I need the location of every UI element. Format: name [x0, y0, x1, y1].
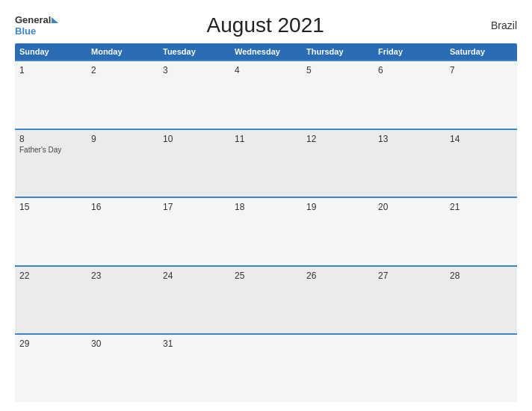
cell-aug-18: 18	[230, 198, 302, 265]
cell-aug-14: 14	[445, 130, 517, 197]
header-tuesday: Tuesday	[158, 43, 230, 60]
cell-aug-20: 20	[374, 198, 445, 265]
cell-aug-25: 25	[230, 267, 302, 334]
cell-aug-22: 22	[15, 267, 87, 334]
cell-aug-11: 11	[230, 130, 302, 197]
week-row-3: 15 16 17 18 19 20 21	[15, 197, 517, 265]
week-row-2: 8 Father's Day 9 10 11 12 13 14	[15, 129, 517, 197]
cell-empty-2	[302, 335, 374, 402]
cell-empty-1	[230, 335, 302, 402]
days-of-week-header: Sunday Monday Tuesday Wednesday Thursday…	[15, 43, 517, 60]
logo-general-text: General	[15, 14, 51, 25]
week-row-5: 29 30 31	[15, 333, 517, 402]
calendar-body: 1 2 3 4 5 6 7 8 Father's Day 9 10 11 12 …	[15, 60, 517, 402]
cell-aug-1: 1	[15, 61, 87, 129]
header-thursday: Thursday	[302, 43, 374, 60]
cell-aug-23: 23	[87, 267, 158, 334]
header-monday: Monday	[87, 43, 158, 60]
calendar: Sunday Monday Tuesday Wednesday Thursday…	[15, 43, 517, 402]
cell-aug-17: 17	[158, 198, 230, 265]
cell-aug-13: 13	[374, 130, 445, 197]
cell-aug-29: 29	[15, 335, 87, 402]
logo-blue-text: Blue	[15, 25, 36, 37]
cell-aug-27: 27	[374, 267, 445, 334]
cell-aug-19: 19	[302, 198, 374, 265]
cell-aug-12: 12	[302, 130, 374, 197]
cell-aug-8: 8 Father's Day	[15, 130, 87, 197]
cell-aug-9: 9	[87, 130, 158, 197]
country-label: Brazil	[472, 19, 517, 31]
cell-aug-21: 21	[445, 198, 517, 265]
calendar-title: August 2021	[58, 13, 472, 37]
header-sunday: Sunday	[15, 43, 87, 60]
header-saturday: Saturday	[445, 43, 517, 60]
cell-aug-15: 15	[15, 198, 87, 265]
cell-aug-28: 28	[445, 267, 517, 334]
cell-aug-26: 26	[302, 267, 374, 334]
cell-empty-4	[445, 335, 517, 402]
calendar-header: General Blue August 2021 Brazil	[15, 13, 517, 37]
logo: General Blue	[15, 14, 58, 37]
cell-aug-10: 10	[158, 130, 230, 197]
cell-aug-31: 31	[158, 335, 230, 402]
header-friday: Friday	[374, 43, 445, 60]
week-row-4: 22 23 24 25 26 27 28	[15, 265, 517, 334]
cell-aug-4: 4	[230, 61, 302, 129]
cell-aug-3: 3	[158, 61, 230, 129]
cell-aug-2: 2	[87, 61, 158, 129]
cell-aug-16: 16	[87, 198, 158, 265]
cell-aug-5: 5	[302, 61, 374, 129]
cell-aug-6: 6	[374, 61, 445, 129]
cell-aug-7: 7	[445, 61, 517, 129]
cell-aug-30: 30	[87, 335, 158, 402]
cell-empty-3	[374, 335, 445, 402]
logo-triangle-icon	[52, 17, 58, 23]
cell-aug-24: 24	[158, 267, 230, 334]
week-row-1: 1 2 3 4 5 6 7	[15, 60, 517, 129]
header-wednesday: Wednesday	[230, 43, 302, 60]
page: General Blue August 2021 Brazil Sunday M…	[0, 0, 532, 411]
